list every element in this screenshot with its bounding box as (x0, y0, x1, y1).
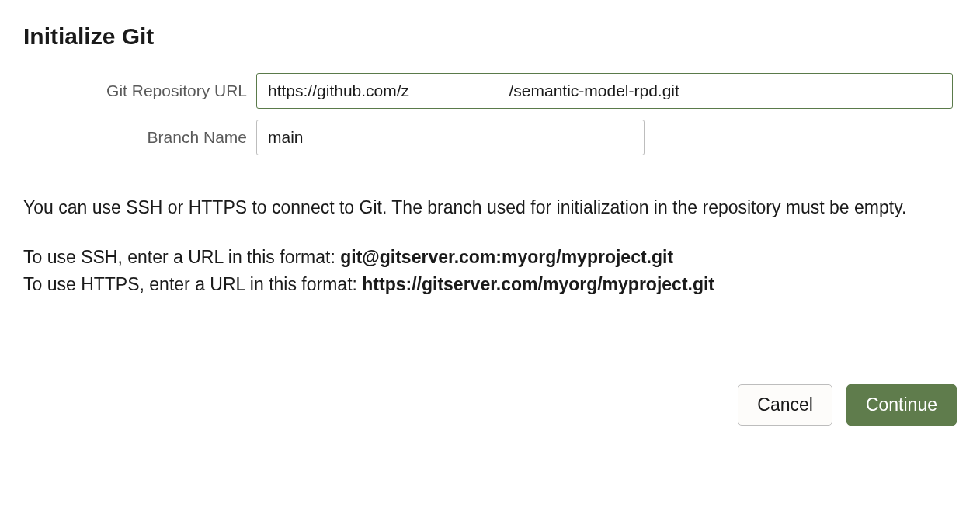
url-label: Git Repository URL (23, 82, 256, 100)
page-title: Initialize Git (23, 23, 957, 50)
continue-button[interactable]: Continue (846, 384, 957, 426)
help-https-example: https://gitserver.com/myorg/myproject.gi… (362, 274, 714, 294)
help-ssh-prefix: To use SSH, enter a URL in this format: (23, 247, 340, 267)
help-ssh-example: git@gitserver.com:myorg/myproject.git (340, 247, 673, 267)
button-row: Cancel Continue (23, 384, 957, 426)
help-intro: You can use SSH or HTTPS to connect to G… (23, 194, 957, 222)
help-formats: To use SSH, enter a URL in this format: … (23, 244, 957, 299)
form-row-url: Git Repository URL (23, 73, 957, 109)
branch-name-input[interactable] (256, 120, 645, 155)
cancel-button[interactable]: Cancel (738, 384, 832, 426)
branch-label: Branch Name (23, 128, 256, 147)
git-repository-url-input[interactable] (256, 73, 953, 109)
help-https-prefix: To use HTTPS, enter a URL in this format… (23, 274, 362, 294)
form-row-branch: Branch Name (23, 120, 957, 155)
help-text: You can use SSH or HTTPS to connect to G… (23, 194, 957, 299)
